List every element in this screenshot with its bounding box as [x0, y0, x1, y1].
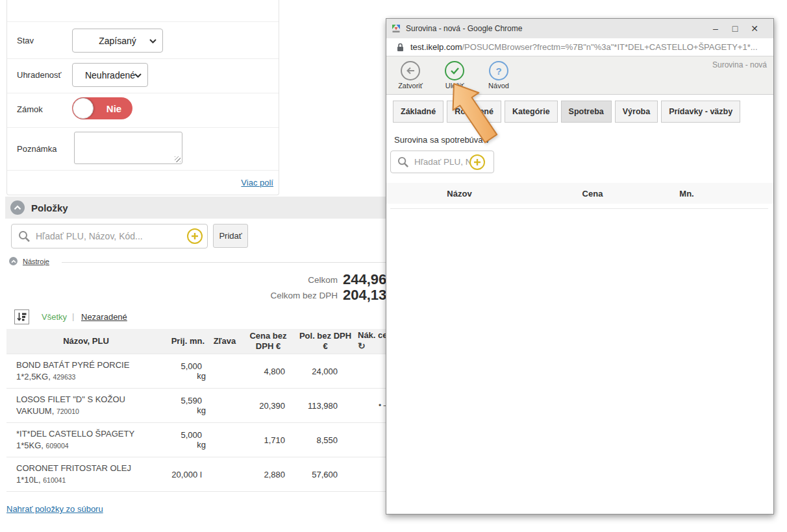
- uhradenost-label: Uhradenosť: [17, 70, 61, 80]
- items-search-box: [11, 224, 208, 248]
- ulozit-button[interactable]: Uložiť: [437, 61, 472, 90]
- popup-urlbar[interactable]: test.ikelp.com/POSUCMBrowser?frectm=%7B"…: [386, 38, 773, 56]
- tab-spotreba[interactable]: Spotreba: [561, 101, 612, 123]
- sort-button[interactable]: [14, 309, 29, 324]
- question-icon: ?: [489, 61, 508, 80]
- col-zlava: Zľava: [210, 336, 240, 346]
- item-code: 429633: [53, 373, 75, 381]
- popup-window-title: Surovina - nová - Google Chrome: [406, 24, 706, 33]
- zamok-toggle[interactable]: Nie: [72, 97, 132, 119]
- item-pol: 8,550: [297, 435, 354, 445]
- col-prij-mn: Prij. mn.: [166, 336, 210, 346]
- item-cena: 4,800: [240, 367, 297, 376]
- popup-page-label: Surovina - nová: [712, 60, 767, 69]
- item-name: LOSOS FILET "D" S KOŽOU: [16, 394, 125, 404]
- chevron-down-icon: [134, 73, 142, 78]
- popup-tab-bar: Základné Rozšírené Kategórie Spotreba Vý…: [393, 101, 773, 123]
- item-name: BOND BATÁT PYRÉ PORCIE: [16, 360, 129, 370]
- popup-search-box: [390, 151, 494, 173]
- item-pol: 24,000: [297, 367, 354, 376]
- filter-separator: |: [72, 311, 74, 321]
- close-button[interactable]: ✕: [745, 23, 764, 34]
- back-arrow-icon: [401, 61, 420, 80]
- maximize-button[interactable]: □: [725, 23, 745, 34]
- celkom-label: Celkom: [308, 275, 338, 285]
- divider: [390, 208, 768, 209]
- item-qty: 20,000: [171, 470, 197, 479]
- item-unit: l: [200, 470, 202, 479]
- item-name: *IT*DEL CASTELLO ŠPAGETY: [16, 429, 134, 439]
- uhradenost-select-value: Neuhradené: [85, 70, 135, 80]
- item-cena: 2,880: [240, 470, 297, 479]
- url-text: test.ikelp.com/POSUCMBrowser?frectm=%7B"…: [410, 42, 758, 52]
- add-consumption-plus-icon[interactable]: [469, 154, 485, 170]
- chevron-down-icon: [149, 39, 156, 43]
- uhradenost-select[interactable]: Neuhradené: [72, 63, 148, 87]
- col-nazov-plu: Názov, PLU: [6, 336, 166, 346]
- zatvorit-button[interactable]: Zatvoriť: [393, 61, 428, 90]
- navod-button[interactable]: ? Návod: [481, 61, 516, 90]
- search-icon: [397, 156, 409, 168]
- search-icon: [18, 230, 31, 243]
- polozky-title: Položky: [31, 202, 68, 213]
- item-pol: 113,980: [297, 401, 354, 411]
- minimize-button[interactable]: –: [706, 23, 725, 34]
- tab-pridavky-vazby[interactable]: Prídavky - väzby: [661, 101, 740, 123]
- item-name2: 1*2,5KG,: [16, 372, 51, 381]
- col-nazov: Názov: [386, 189, 532, 199]
- item-name: CORONET FRITOSTAR OLEJ: [16, 463, 131, 473]
- poznamka-textarea[interactable]: [74, 132, 182, 164]
- celkom-value: 244,96: [343, 271, 386, 288]
- items-search-input[interactable]: [36, 231, 187, 241]
- item-unit: kg: [166, 440, 206, 450]
- item-code: 609004: [46, 442, 69, 450]
- refresh-icon[interactable]: ↻: [358, 341, 366, 351]
- tab-zakladne[interactable]: Základné: [393, 101, 443, 123]
- item-name2: VAKUUM,: [16, 406, 54, 416]
- viac-poli-link[interactable]: Viac polí: [241, 178, 273, 187]
- document-form-panel: Stav Zapísaný Uhradenosť Neuhradené Zámo…: [6, 0, 279, 195]
- popup-window-surovina: Surovina - nová - Google Chrome – □ ✕ te…: [386, 18, 774, 514]
- celkom-bez-dph-label: Celkom bez DPH: [270, 291, 338, 300]
- lock-icon: [397, 43, 404, 52]
- item-unit: kg: [166, 371, 206, 381]
- poznamka-label: Poznámka: [17, 144, 56, 154]
- collapse-chevron-icon[interactable]: [10, 200, 25, 215]
- zamok-toggle-value: Nie: [95, 97, 132, 119]
- consume-label: Surovina sa spotrebúva v: [394, 135, 773, 145]
- col-mn: Mn.: [653, 189, 721, 199]
- add-item-plus-icon[interactable]: [187, 228, 203, 244]
- nastroje-chevron-icon[interactable]: [9, 257, 18, 265]
- item-cena: 1,710: [240, 435, 297, 445]
- popup-toolbar: Zatvoriť Uložiť ? Návod Surovina - nová: [386, 56, 773, 95]
- tab-rozsirene[interactable]: Rozšírené: [447, 101, 501, 123]
- popup-table-header: Názov Cena Mn.: [386, 183, 773, 204]
- celkom-bez-dph-value: 204,13: [343, 287, 386, 304]
- nastroje-link[interactable]: Nástroje: [23, 258, 49, 265]
- zamok-label: Zámok: [17, 104, 43, 114]
- item-qty: 5,000: [181, 361, 202, 371]
- filter-nezaradene[interactable]: Nezaradené: [81, 312, 127, 322]
- stav-select-value: Zapísaný: [99, 36, 136, 46]
- resize-grip-icon[interactable]: [175, 156, 181, 162]
- item-cena: 20,390: [240, 401, 297, 411]
- filter-vsetky[interactable]: Všetky: [42, 312, 67, 322]
- pridat-button[interactable]: Pridať: [213, 224, 248, 248]
- stav-label: Stav: [17, 36, 34, 45]
- url-host: test.ikelp.com: [410, 42, 462, 52]
- item-code: 720010: [56, 407, 79, 415]
- col-pol-bez-dph: Pol. bez DPH €: [297, 331, 354, 352]
- upload-items-link[interactable]: Nahrať položky zo súboru: [6, 504, 103, 514]
- item-pol: 57,600: [297, 470, 354, 479]
- item-qty: 5,000: [181, 430, 202, 440]
- check-icon: [445, 61, 464, 80]
- tab-vyroba[interactable]: Výroba: [615, 101, 658, 123]
- popup-search-input[interactable]: [414, 157, 474, 167]
- toggle-knob: [73, 98, 94, 119]
- item-name2: 1*10L,: [16, 475, 41, 485]
- tab-kategorie[interactable]: Kategórie: [505, 101, 558, 123]
- popup-titlebar[interactable]: Surovina - nová - Google Chrome – □ ✕: [386, 19, 773, 38]
- stav-select[interactable]: Zapísaný: [72, 29, 163, 53]
- col-cena: Cena: [532, 189, 653, 199]
- item-code: 610041: [43, 476, 66, 484]
